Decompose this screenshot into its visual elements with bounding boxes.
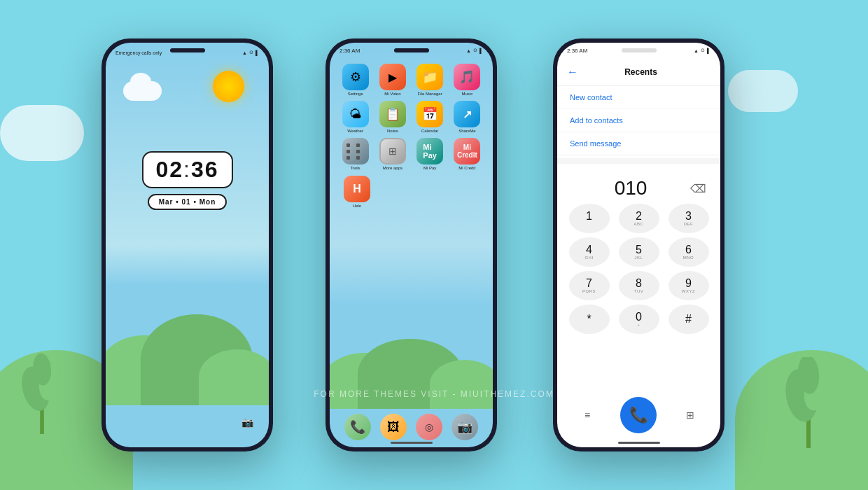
calendar-icon[interactable]: 📅: [416, 101, 443, 127]
battery-icon-2: ▌: [479, 48, 483, 53]
phone-1-status-right: ▲ ⊙ ▌: [242, 50, 259, 55]
app-micredit[interactable]: MiCredit Mi Credit: [450, 138, 484, 171]
app-settings[interactable]: ⚙ Settings: [339, 64, 372, 97]
camera-button[interactable]: 📷: [239, 414, 255, 430]
app-moreapps[interactable]: ⊞ More apps: [376, 138, 410, 171]
keypad-row-4: * 0 + #: [564, 304, 713, 334]
key-5[interactable]: 5 JKL: [619, 237, 659, 267]
key-6-sub: MNO: [683, 255, 694, 260]
key-9[interactable]: 9 WXYZ: [668, 271, 709, 300]
app-music[interactable]: 🎵 Music: [450, 64, 484, 97]
signal-icon-3: ▲: [694, 48, 699, 53]
shareme-icon[interactable]: ↗: [454, 101, 480, 127]
battery-icon: ▌: [255, 50, 259, 55]
app-notes[interactable]: 📋 Notes: [376, 101, 410, 134]
key-7[interactable]: 7 PQRS: [569, 271, 610, 300]
notes-icon[interactable]: 📋: [379, 101, 406, 127]
keypad-row-1: 1 2 ABC 3 DEF: [564, 204, 713, 233]
app-row-4: H Helo: [337, 176, 486, 209]
dock-chrome[interactable]: ◎: [416, 414, 442, 440]
key-hash-sym: #: [685, 313, 692, 326]
app-calendar[interactable]: 📅 Calendar: [413, 101, 447, 134]
dock-gallery[interactable]: 🖼: [380, 414, 407, 440]
key-2-sub: ABC: [634, 222, 644, 226]
key-3-num: 3: [685, 211, 692, 222]
app-row-3: Tools ⊞ More apps MiPay Mi Pay MiCredit …: [337, 138, 486, 171]
music-icon[interactable]: 🎵: [454, 64, 480, 90]
app-mipay[interactable]: MiPay Mi Pay: [413, 138, 447, 171]
key-4-sub: GHI: [584, 255, 593, 260]
moreapps-icon[interactable]: ⊞: [379, 138, 406, 164]
key-0[interactable]: 0 +: [619, 304, 659, 334]
clock-colon: :: [183, 157, 191, 182]
mipay-label: Mi Pay: [424, 166, 436, 171]
micredit-label: Mi Credit: [458, 166, 475, 171]
dial-number-text: 010: [571, 177, 690, 200]
dock: 📞 🖼 ◎ 📷: [340, 414, 482, 440]
bg-plant-left: [21, 350, 63, 434]
settings-icon[interactable]: ⚙: [342, 64, 369, 90]
app-row-1: ⚙ Settings ▶ Mi Video 📁 File Manager 🎵 M…: [337, 64, 486, 97]
backspace-icon[interactable]: ⌫: [690, 182, 706, 195]
key-7-num: 7: [586, 278, 592, 289]
app-helo[interactable]: H Helo: [340, 176, 374, 209]
watermark: FOR MORE THEMES VISIT - MIUITHEMEZ.COM: [314, 389, 554, 399]
key-6[interactable]: 6 MNO: [668, 237, 709, 267]
dock-phone[interactable]: 📞: [344, 414, 371, 440]
key-star[interactable]: *: [569, 304, 610, 334]
key-9-num: 9: [685, 278, 692, 289]
dock-camera[interactable]: 📷: [451, 414, 478, 440]
key-3-sub: DEF: [684, 222, 694, 226]
key-1[interactable]: 1: [569, 204, 610, 233]
battery-icon-3: ▌: [707, 48, 710, 53]
key-0-num: 0: [636, 312, 642, 323]
tools-icon[interactable]: [342, 138, 369, 164]
settings-label: Settings: [348, 92, 363, 97]
music-label: Music: [462, 92, 473, 97]
app-tools[interactable]: Tools: [339, 138, 372, 171]
menu-button[interactable]: ≡: [574, 402, 601, 428]
wifi-icon-3: ⊙: [701, 48, 705, 53]
micredit-icon[interactable]: MiCredit: [454, 138, 480, 164]
phone-2-status-right: ▲ ⊙ ▌: [466, 48, 483, 53]
key-2[interactable]: 2 ABC: [619, 204, 659, 233]
key-4[interactable]: 4 GHI: [569, 237, 610, 267]
call-button[interactable]: 📞: [620, 397, 657, 433]
weather-icon[interactable]: 🌤: [342, 101, 369, 127]
p2-hill-3: [430, 360, 493, 409]
key-1-sub: [588, 222, 589, 226]
clock-hours: 02: [155, 157, 183, 182]
mipay-icon[interactable]: MiPay: [416, 138, 443, 164]
app-filemanager[interactable]: 📁 File Manager: [413, 64, 447, 97]
new-contact-option[interactable]: New contact: [557, 86, 720, 109]
dialpad-button[interactable]: ⊞: [677, 402, 704, 428]
tools-label: Tools: [351, 166, 360, 171]
back-button[interactable]: ←: [567, 66, 578, 78]
app-grid: ⚙ Settings ▶ Mi Video 📁 File Manager 🎵 M…: [337, 64, 486, 213]
phone-2-screen: 2:36 AM ▲ ⊙ ▌ ⚙ Settings ▶ Mi Video �: [330, 43, 493, 447]
phone-3-screen: 2:36 AM ▲ ⊙ ▌ ← Recents New contact Add …: [557, 43, 720, 447]
key-5-sub: JKL: [635, 255, 643, 260]
filemanager-icon[interactable]: 📁: [416, 64, 443, 90]
moreapps-label: More apps: [383, 166, 402, 171]
app-weather[interactable]: 🌤 Weather: [339, 101, 372, 134]
key-hash[interactable]: #: [668, 304, 709, 334]
key-3[interactable]: 3 DEF: [668, 204, 709, 233]
phone-2-status-bar: 2:36 AM ▲ ⊙ ▌: [330, 43, 493, 58]
phone-3: 2:36 AM ▲ ⊙ ▌ ← Recents New contact Add …: [553, 38, 724, 451]
phone-1-screen: Emergency calls only ▲ ⊙ ▌ 02:36 Mar • 0…: [106, 43, 269, 447]
keypad-row-3: 7 PQRS 8 TUV 9 WXYZ: [564, 271, 713, 300]
mivideo-icon[interactable]: ▶: [379, 64, 406, 90]
phone-1-status-left: Emergency calls only: [115, 50, 162, 55]
app-mivideo[interactable]: ▶ Mi Video: [376, 64, 410, 97]
bg-cloud-right: [728, 70, 798, 112]
key-star-sym: *: [587, 313, 591, 326]
app-shareme[interactable]: ↗ ShareMe: [450, 101, 484, 134]
send-message-option[interactable]: Send message: [557, 132, 720, 155]
helo-icon[interactable]: H: [344, 176, 370, 202]
add-to-contacts-option[interactable]: Add to contacts: [557, 109, 720, 132]
helo-label: Helo: [353, 204, 361, 209]
key-8[interactable]: 8 TUV: [619, 271, 659, 300]
key-1-num: 1: [586, 211, 592, 222]
dial-number-display: 010 ⌫: [557, 169, 720, 208]
